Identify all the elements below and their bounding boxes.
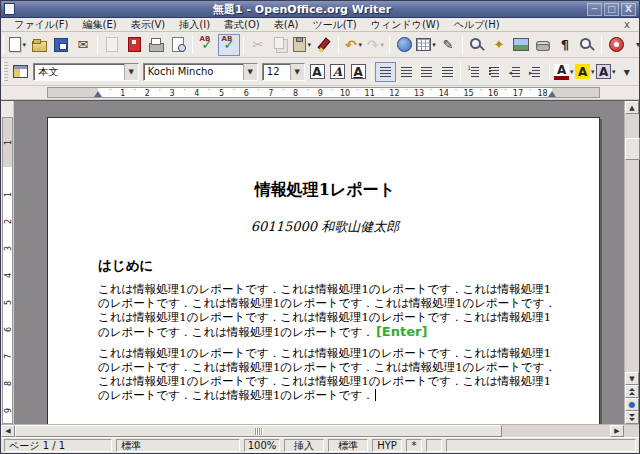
page-preview-button[interactable]: [167, 34, 189, 56]
left-indent-marker[interactable]: [94, 91, 102, 97]
bold-button[interactable]: A: [307, 62, 328, 82]
styles-window-button[interactable]: [10, 61, 32, 83]
status-page-style[interactable]: 標準: [116, 439, 240, 452]
horizontal-scrollbar[interactable]: ◀ ▶: [1, 424, 639, 437]
navigator-button[interactable]: ✦: [488, 34, 510, 56]
minimize-button[interactable]: ─: [587, 3, 602, 16]
menu-table[interactable]: 表(A): [267, 18, 306, 32]
italic-button[interactable]: A: [327, 62, 348, 82]
horizontal-scroll-track[interactable]: [15, 425, 610, 437]
print-button[interactable]: [145, 34, 167, 56]
decrease-indent-button[interactable]: ◂: [505, 62, 526, 82]
formatting-marks-button[interactable]: ¶: [554, 34, 576, 56]
paste-button[interactable]: ▾: [291, 34, 313, 56]
vertical-scroll-thumb[interactable]: [625, 138, 640, 160]
chevron-down-icon[interactable]: ▼: [290, 64, 304, 80]
copy-button[interactable]: [269, 34, 291, 56]
ruler-number: 12: [389, 88, 399, 99]
zoom-button[interactable]: [576, 34, 598, 56]
dropdown-arrow-icon[interactable]: ▾: [380, 41, 384, 49]
dropdown-arrow-icon[interactable]: ▾: [307, 41, 311, 49]
font-name-combo[interactable]: Kochi Mincho ▼: [143, 63, 258, 81]
status-page[interactable]: ページ 1 / 1: [4, 439, 112, 452]
data-sources-button[interactable]: [532, 34, 554, 56]
dropdown-arrow-icon[interactable]: ▾: [612, 68, 616, 76]
dropdown-arrow-icon[interactable]: ▾: [591, 68, 595, 76]
status-insert-mode[interactable]: 挿入: [284, 439, 324, 452]
cut-button[interactable]: ✂: [247, 34, 269, 56]
dropdown-arrow-icon[interactable]: ▾: [22, 41, 26, 49]
save-button[interactable]: [50, 34, 72, 56]
edit-file-button[interactable]: [101, 34, 123, 56]
ruler-number: 11: [365, 88, 375, 99]
dropdown-arrow-icon[interactable]: ▾: [570, 68, 574, 76]
new-document-button[interactable]: ▾: [6, 34, 28, 56]
numbered-list-button[interactable]: [464, 62, 485, 82]
toolbar-overflow-button[interactable]: ▾: [627, 34, 640, 56]
increase-indent-button[interactable]: ▸: [526, 62, 547, 82]
bullet-list-button[interactable]: [485, 62, 506, 82]
horizontal-scroll-thumb[interactable]: [15, 425, 502, 437]
font-size-combo[interactable]: 12 ▼: [262, 63, 305, 81]
toolbar-grip[interactable]: [3, 35, 4, 53]
maximize-button[interactable]: □: [604, 3, 619, 16]
menu-tools[interactable]: ツール(T): [305, 18, 363, 32]
spellcheck-button[interactable]: ✓: [196, 34, 218, 56]
font-color-button[interactable]: A▾: [553, 62, 574, 82]
titlebar[interactable]: 無題1 - OpenOffice.org Writer ─ □ X: [1, 1, 639, 18]
status-hyperlink-mode[interactable]: HYP: [372, 439, 402, 452]
underline-button[interactable]: A: [348, 62, 369, 82]
status-selection-mode[interactable]: 標準: [328, 439, 368, 452]
menu-insert[interactable]: 挿入(I): [172, 18, 217, 32]
scroll-up-button[interactable]: ▲: [625, 101, 639, 114]
align-left-button[interactable]: [375, 62, 396, 82]
open-file-button[interactable]: [28, 34, 50, 56]
gallery-button[interactable]: [510, 34, 532, 56]
auto-spellcheck-button[interactable]: ✓: [218, 34, 240, 56]
close-button[interactable]: X: [621, 3, 636, 16]
previous-page-button[interactable]: [625, 385, 639, 398]
align-center-button[interactable]: [396, 62, 417, 82]
find-replace-button[interactable]: [466, 34, 488, 56]
align-justify-button[interactable]: [437, 62, 458, 82]
menu-help[interactable]: ヘルプ(H): [447, 18, 507, 32]
redo-button[interactable]: ↷▾: [364, 34, 386, 56]
next-page-button[interactable]: [625, 411, 639, 424]
scroll-down-button[interactable]: ▼: [625, 372, 639, 385]
help-button[interactable]: [605, 34, 627, 56]
ruler-tick: ·: [331, 86, 334, 95]
right-indent-marker[interactable]: [548, 91, 556, 97]
menubar-close-button[interactable]: x: [621, 19, 633, 30]
navigation-button[interactable]: ●: [625, 398, 639, 411]
document-text[interactable]: 情報処理1レポート 60115000 和歌山健太郎 はじめに これは情報処理1の…: [48, 118, 599, 403]
menu-file[interactable]: ファイル(F): [7, 18, 76, 32]
align-right-button[interactable]: [416, 62, 437, 82]
ruler-tick: ·: [257, 86, 260, 95]
dropdown-arrow-icon[interactable]: ▾: [358, 41, 362, 49]
scroll-right-button[interactable]: ▶: [610, 425, 624, 437]
insert-table-button[interactable]: ▾: [415, 34, 437, 56]
paragraph-style-combo[interactable]: 本文 ▼: [33, 63, 138, 81]
char-background-button[interactable]: A▾: [595, 62, 616, 82]
menu-window[interactable]: ウィンドウ(W): [364, 18, 447, 32]
chevron-down-icon[interactable]: ▼: [124, 64, 138, 80]
highlighting-button[interactable]: A▾: [574, 62, 595, 82]
dropdown-arrow-icon[interactable]: ▾: [432, 41, 436, 49]
document-page[interactable]: 情報処理1レポート 60115000 和歌山健太郎 はじめに これは情報処理1の…: [47, 117, 600, 424]
draw-functions-button[interactable]: ✎: [437, 34, 459, 56]
vertical-scrollbar[interactable]: ▲ ▼ ●: [624, 101, 639, 424]
hyperlink-button[interactable]: [393, 34, 415, 56]
document-as-email-button[interactable]: ✉: [72, 34, 94, 56]
export-pdf-button[interactable]: [123, 34, 145, 56]
scroll-left-button[interactable]: ◀: [1, 425, 15, 437]
vertical-scroll-track[interactable]: [625, 114, 639, 372]
menu-format[interactable]: 書式(O): [217, 18, 267, 32]
format-paintbrush-button[interactable]: [313, 34, 335, 56]
status-zoom[interactable]: 100%: [244, 439, 280, 452]
menu-view[interactable]: 表示(V): [124, 18, 173, 32]
toolbar-overflow-2-button[interactable]: ▾: [616, 62, 637, 82]
toolbar-grip-2[interactable]: [3, 62, 8, 82]
menu-edit[interactable]: 編集(E): [76, 18, 124, 32]
undo-button[interactable]: ↶▾: [342, 34, 364, 56]
chevron-down-icon[interactable]: ▼: [243, 64, 257, 80]
